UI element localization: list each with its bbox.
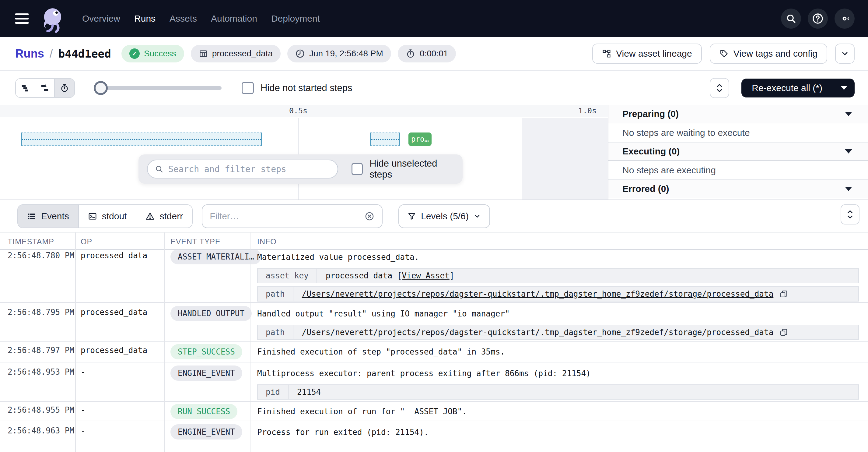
hide-not-started-checkbox-row[interactable]: Hide not started steps (242, 82, 352, 94)
breadcrumb-runs-link[interactable]: Runs (15, 47, 44, 60)
run-badges: ✓ Success processed_data Jun 19, 2:56:48… (121, 45, 456, 62)
section-executing-body: No steps are executing (609, 161, 868, 180)
up-down-chevrons-icon (846, 209, 854, 220)
dagster-logo-icon[interactable] (38, 4, 66, 33)
metadata-row-asset-key: asset_key processed_data [View Asset] (257, 268, 859, 283)
metadata-value: processed_data [ (326, 271, 402, 280)
section-errored[interactable]: Errored (0) (609, 180, 868, 198)
gantt-body: pro… Hide unselected steps (0, 118, 608, 199)
caret-down-icon (841, 86, 847, 90)
stopwatch-icon (406, 49, 415, 58)
logs-expand-button[interactable] (841, 204, 860, 224)
run-prep-span-bar[interactable] (21, 133, 262, 146)
section-preparing[interactable]: Preparing (0) (609, 105, 868, 123)
gantt-zoom-slider[interactable] (94, 78, 222, 98)
tab-stdout[interactable]: stdout (79, 205, 137, 228)
view-tags-config-label: View tags and config (734, 49, 817, 59)
nav-item-deployment[interactable]: Deployment (271, 13, 320, 24)
event-info-text: Handled output "result" using IO manager… (257, 308, 859, 319)
hamburger-menu-icon[interactable] (15, 13, 29, 24)
hide-not-started-checkbox[interactable] (242, 82, 254, 94)
event-timestamp: 2:56:48.955 PM (8, 405, 74, 415)
start-time-badge: Jun 19, 2:56:48 PM (287, 45, 391, 62)
expand-collapse-button[interactable] (710, 78, 729, 98)
reexecute-all-button[interactable]: Re-execute all (*) (741, 79, 833, 97)
gantt-view-timed-icon[interactable] (55, 79, 74, 97)
col-info[interactable]: INFO (257, 237, 277, 246)
gantt-view-flat-icon[interactable] (16, 79, 35, 97)
nav-item-assets[interactable]: Assets (169, 13, 197, 24)
copy-icon[interactable] (779, 290, 788, 298)
tab-events[interactable]: Events (18, 205, 79, 228)
view-asset-link[interactable]: View Asset (402, 271, 450, 280)
duration-badge: 0:00:01 (398, 45, 456, 62)
log-filter-box[interactable] (202, 204, 382, 228)
funnel-icon (407, 212, 416, 221)
caret-down-icon (845, 149, 852, 153)
step-bar-processed-data[interactable]: pro… (408, 133, 432, 146)
event-op: processed_data (81, 251, 147, 260)
step-search-box[interactable] (147, 160, 338, 178)
levels-filter-button[interactable]: Levels (5/6) (398, 204, 490, 228)
log-row[interactable]: 2:56:48.780 PM processed_data ASSET_MATE… (0, 250, 868, 303)
event-list-icon (27, 212, 36, 221)
status-badge[interactable]: ✓ Success (121, 45, 184, 62)
copy-icon[interactable] (779, 328, 788, 337)
breadcrumb-separator: / (50, 47, 53, 60)
step-search-input[interactable] (168, 164, 330, 174)
gantt-view-toggle (15, 78, 75, 98)
log-row[interactable]: 2:56:48.795 PM processed_data HANDLED_OU… (0, 303, 868, 342)
nav-item-automation[interactable]: Automation (211, 13, 257, 24)
warning-triangle-icon (146, 212, 155, 221)
col-timestamp[interactable]: TIMESTAMP (8, 237, 54, 246)
duration-label: 0:00:01 (420, 49, 448, 58)
event-type-badge: ASSET_MATERIALI… (170, 250, 261, 264)
run-more-actions-button[interactable] (835, 44, 855, 64)
view-asset-lineage-button[interactable]: View asset lineage (592, 44, 702, 64)
reexecute-button-group: Re-execute all (*) (741, 79, 855, 97)
nav-item-overview[interactable]: Overview (82, 13, 120, 24)
gantt-view-waterfall-icon[interactable] (35, 79, 55, 97)
clear-filter-icon[interactable] (364, 211, 375, 221)
step-wait-span-bar[interactable] (370, 133, 400, 146)
log-row[interactable]: 2:56:48.953 PM - ENGINE_EVENT Multiproce… (0, 363, 868, 402)
tab-stderr-label: stderr (159, 211, 183, 221)
slider-handle[interactable] (94, 81, 108, 95)
hide-unselected-checkbox-row[interactable]: Hide unselected steps (351, 158, 454, 180)
run-logs-section: Events stdout stderr (0, 199, 868, 452)
event-timestamp: 2:56:48.797 PM (8, 346, 74, 355)
nav-item-runs[interactable]: Runs (134, 13, 156, 24)
settings-gear-icon[interactable] (835, 8, 855, 29)
col-event-type[interactable]: EVENT TYPE (170, 237, 221, 246)
help-icon[interactable] (808, 8, 828, 29)
log-row[interactable]: 2:56:48.955 PM - RUN_SUCCESS Finished ex… (0, 402, 868, 421)
executing-empty-text: No steps are executing (622, 165, 716, 175)
reexecute-dropdown-button[interactable] (833, 79, 855, 97)
storage-path-link[interactable]: /Users/neverett/projects/repos/dagster-q… (302, 289, 774, 299)
log-row[interactable]: 2:56:48.963 PM - ENGINE_EVENT Process fo… (0, 421, 868, 452)
metadata-label: pid (258, 385, 288, 399)
section-executing[interactable]: Executing (0) (609, 143, 868, 161)
view-tags-config-button[interactable]: View tags and config (710, 44, 827, 64)
run-steps-panel: Preparing (0) No steps are waiting to ex… (608, 105, 868, 199)
dotted-wait-line (22, 139, 261, 140)
event-timestamp: 2:56:48.963 PM (8, 426, 74, 435)
up-down-chevrons-icon (715, 83, 723, 93)
logs-tabs: Events stdout stderr (17, 204, 193, 228)
section-errored-title: Errored (0) (622, 183, 669, 194)
metadata-value: ] (450, 271, 455, 280)
search-icon[interactable] (781, 8, 801, 29)
storage-path-link[interactable]: /Users/neverett/projects/repos/dagster-q… (302, 328, 774, 337)
col-op[interactable]: OP (81, 237, 92, 246)
tab-stderr[interactable]: stderr (136, 205, 192, 228)
hide-unselected-checkbox[interactable] (351, 163, 363, 175)
asset-badge[interactable]: processed_data (191, 45, 281, 62)
log-table-header: TIMESTAMP OP EVENT TYPE INFO (0, 232, 868, 250)
event-timestamp: 2:56:48.795 PM (8, 308, 74, 317)
log-rows-viewport[interactable]: 2:56:48.780 PM processed_data ASSET_MATE… (0, 250, 868, 452)
log-row[interactable]: 2:56:48.797 PM processed_data STEP_SUCCE… (0, 342, 868, 363)
preparing-empty-text: No steps are waiting to execute (622, 128, 750, 138)
slider-track[interactable] (99, 86, 222, 90)
log-filter-input[interactable] (210, 211, 360, 221)
dagster-run-page: Overview Runs Assets Automation Deployme… (0, 0, 868, 452)
